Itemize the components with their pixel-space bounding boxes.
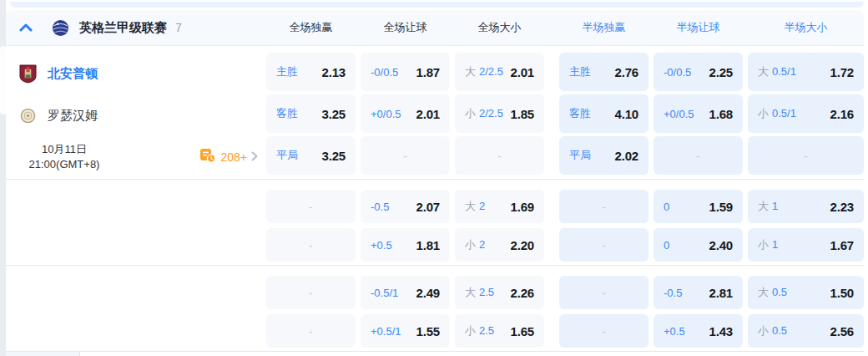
match-date: 10月11日: [6, 142, 123, 157]
odds-cell[interactable]: 客胜4.10: [559, 94, 648, 133]
odds-line: 大2: [465, 199, 485, 214]
line-label: -0/0.5: [371, 66, 398, 79]
odds-value: 3.25: [322, 107, 346, 121]
line-label: 平局: [569, 148, 591, 163]
odds-value: 2.01: [416, 107, 440, 121]
odds-cell[interactable]: 大0.5/11.72: [748, 53, 864, 91]
odds-cell[interactable]: -0.5/12.49: [361, 276, 450, 309]
scrollbar-thumb[interactable]: [0, 46, 6, 114]
league-odds-panel: 英格兰甲级联赛 7 全场独赢全场让球全场大小半场独赢半场让球半场大小 北安普顿: [6, 10, 864, 356]
odds-cell[interactable]: +0/0.52.01: [361, 94, 450, 133]
odds-cell[interactable]: -0/0.51.87: [361, 53, 450, 91]
odds-line: 小2: [465, 237, 485, 252]
line-label: 0.5: [772, 286, 787, 298]
odds-cell[interactable]: 02.40: [654, 228, 743, 262]
odds-cell[interactable]: 大2/2.52.01: [455, 53, 544, 91]
chevron-right-icon: [251, 150, 258, 165]
over-under-prefix: 小: [465, 323, 476, 338]
odds-cell[interactable]: 大2.52.26: [455, 276, 544, 309]
odds-cell[interactable]: 客胜3.25: [266, 94, 356, 133]
odds-value: 1.59: [709, 200, 733, 214]
line-label: 0: [664, 201, 669, 213]
column-header-half-4: 半场让球: [654, 20, 743, 35]
odds-cell[interactable]: 小11.67: [748, 228, 864, 262]
odds-cell[interactable]: 小2.51.65: [455, 314, 544, 348]
odds-line: -0/0.5: [664, 66, 691, 79]
line-label: 2: [479, 238, 485, 251]
odds-line: -0/0.5: [371, 66, 398, 79]
away-team-row[interactable]: 罗瑟汉姆: [6, 94, 266, 136]
line-label: -0.5/1: [371, 287, 398, 299]
odds-cell[interactable]: 小2/2.51.85: [455, 94, 544, 133]
line-label: 平局: [276, 148, 298, 163]
match-datetime: 10月11日 21:00(GMT+8): [6, 142, 123, 172]
over-under-prefix: 大: [465, 64, 476, 79]
odds-value: 1.50: [830, 286, 854, 300]
odds-value: 2.49: [416, 286, 440, 300]
odds-row: --0.5/12.49大2.52.26--0.52.81大0.51.50: [266, 276, 864, 309]
vertical-scrollbar[interactable]: [0, 0, 6, 356]
odds-cell[interactable]: +0.51.81: [361, 228, 450, 262]
odds-cell[interactable]: 主胜2.13: [266, 53, 356, 91]
odds-row: -+0.5/11.55小2.51.65-+0.51.43小0.52.56: [266, 314, 864, 348]
odds-rows-block-1: 主胜2.13-0/0.51.87大2/2.52.01主胜2.76-0/0.52.…: [266, 53, 864, 178]
odds-line: 大2.5: [465, 285, 494, 300]
odds-cell[interactable]: 平局2.02: [559, 136, 648, 175]
home-team-name[interactable]: 北安普顿: [48, 66, 98, 82]
odds-value: 2.56: [830, 324, 854, 338]
line-label: +0.5/1: [371, 325, 401, 338]
odds-cell[interactable]: -0.52.81: [654, 276, 743, 309]
odds-line: 小0.5/1: [758, 106, 796, 121]
over-under-prefix: 大: [758, 64, 769, 79]
column-header-full-0: 全场独赢: [266, 20, 356, 35]
odds-cell[interactable]: +0.51.43: [654, 314, 743, 348]
odds-cell-empty: -: [266, 276, 356, 309]
more-markets-link[interactable]: 208+: [199, 148, 258, 166]
line-label: +0/0.5: [664, 108, 694, 120]
odds-line: 客胜: [569, 106, 591, 121]
odds-value: 3.25: [322, 149, 346, 163]
odds-value: 1.68: [709, 107, 733, 121]
odds-cell[interactable]: 大21.69: [455, 190, 544, 223]
odds-cell[interactable]: +0.5/11.55: [361, 314, 450, 348]
odds-value: 1.55: [416, 324, 440, 338]
odds-cell[interactable]: -0/0.52.25: [654, 53, 743, 91]
odds-value: 1.69: [511, 200, 534, 214]
column-header-half-3: 半场独赢: [559, 20, 648, 35]
alt-odds-block-1: --0.52.07大21.69-01.59大12.23-+0.51.81小22.…: [6, 180, 864, 266]
odds-cell[interactable]: 大12.23: [748, 190, 864, 223]
over-under-prefix: 小: [465, 106, 476, 121]
odds-cell[interactable]: -0.52.07: [361, 190, 450, 223]
line-label: -0/0.5: [664, 66, 691, 79]
odds-cell-empty: -: [559, 314, 648, 348]
odds-value: 2.81: [709, 286, 733, 300]
odds-cell[interactable]: 小0.5/12.16: [748, 94, 864, 133]
over-under-prefix: 小: [758, 323, 769, 338]
odds-cell-empty: -: [559, 228, 648, 262]
next-row-left-cell: [6, 352, 80, 356]
odds-line: +0.5: [371, 239, 392, 252]
odds-line: 平局: [569, 148, 591, 163]
odds-cell[interactable]: 小0.52.56: [748, 314, 864, 348]
match-info: 北安普顿 罗瑟汉姆 10月11日 21:00(GMT+8): [6, 53, 266, 178]
odds-cell[interactable]: 平局3.25: [266, 136, 356, 175]
odds-value: 2.02: [615, 149, 638, 163]
odds-value: 2.16: [830, 107, 854, 121]
odds-cell[interactable]: 01.59: [654, 190, 743, 223]
odds-line: +0/0.5: [371, 108, 401, 120]
odds-row: 主胜2.13-0/0.51.87大2/2.52.01主胜2.76-0/0.52.…: [266, 53, 864, 91]
collapse-button[interactable]: [18, 20, 33, 35]
odds-row: 客胜3.25+0/0.52.01小2/2.51.85客胜4.10+0/0.51.…: [266, 94, 864, 133]
chevron-up-icon: [19, 20, 33, 35]
league-header-bar: 英格兰甲级联赛 7 全场独赢全场让球全场大小半场独赢半场让球半场大小: [6, 10, 864, 46]
column-header-full-2: 全场大小: [455, 20, 544, 35]
odds-cell[interactable]: 小22.20: [455, 228, 544, 262]
line-label: 0.5/1: [772, 65, 796, 78]
league-match-count: 7: [175, 21, 182, 34]
odds-row: --0.52.07大21.69-01.59大12.23: [266, 190, 864, 223]
odds-cell[interactable]: 大0.51.50: [748, 276, 864, 309]
away-team-name[interactable]: 罗瑟汉姆: [48, 108, 98, 124]
odds-cell[interactable]: 主胜2.76: [559, 53, 648, 91]
odds-cell[interactable]: +0/0.51.68: [654, 94, 743, 133]
home-team-row[interactable]: 北安普顿: [6, 53, 266, 94]
